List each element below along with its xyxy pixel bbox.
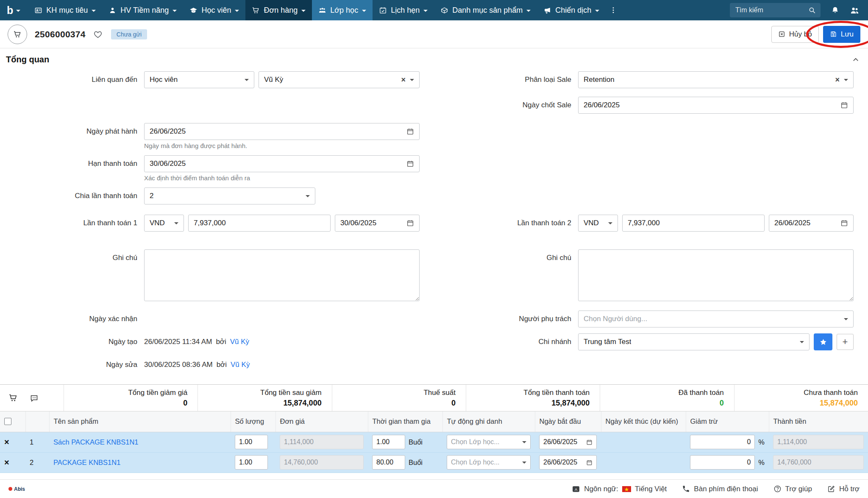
duration-unit: Buổi [409,459,423,467]
created-by-user-link[interactable]: Vũ Kỳ [230,338,249,346]
start-date-input[interactable]: 26/06/2025 [539,455,597,470]
header-unit-price: Đơn giá [275,411,368,432]
chevron-down-icon [522,441,526,443]
nav-item-danh-muc-san-pham[interactable]: Danh mục sản phẩm [434,0,537,20]
calendar-icon [840,101,848,109]
clear-x-icon[interactable]: × [835,76,840,84]
users-icon[interactable] [850,6,860,15]
total-value-unpaid: 15,874,000 [820,399,858,408]
more-menu-icon[interactable] [606,0,621,20]
modified-by-text: bởi [217,361,227,369]
megaphone-icon [543,6,551,14]
search-input[interactable] [730,3,821,17]
language-switcher[interactable]: A Ngôn ngữ: Tiếng Việt [572,485,667,493]
phone-keypad-button[interactable]: Bàn phím điện thoại [682,485,758,493]
comments-icon[interactable] [30,394,39,403]
support-button[interactable]: Hỗ trợ [827,485,860,493]
payment1-amount-input[interactable]: 7,937,000 [188,215,331,232]
field-label: Ghi chú [0,249,144,266]
notifications-bell-icon[interactable] [831,6,840,15]
header-discount: Giảm trừ [686,411,769,432]
help-label: Trợ giúp [785,485,812,493]
quantity-input[interactable]: 1.00 [235,455,268,470]
row-index: 1 [30,438,33,446]
brand-logo[interactable]: Abis [8,486,25,492]
nav-item-lich-hen[interactable]: Lịch hẹn [373,0,434,20]
related-type-value: Học viên [150,76,178,84]
field-label: Chia lần thanh toán [0,192,144,200]
quantity-input[interactable]: 1.00 [235,435,268,449]
nav-item-chien-dich[interactable]: Chiến dịch [537,0,606,20]
sale-close-date-input[interactable]: 26/06/2025 [578,97,854,114]
nav-item-lop-hoc[interactable]: Lớp học [312,0,373,20]
note-textarea-right[interactable] [578,249,854,301]
total-value-paid: 0 [720,399,724,408]
save-button[interactable]: Lưu [823,26,860,43]
sale-close-date-value: 26/06/2025 [584,101,620,109]
related-entity-select[interactable]: Vũ Kỳ × [259,71,420,88]
clear-x-icon[interactable]: × [401,76,406,84]
collapse-chevron-up-icon[interactable] [852,56,860,64]
unit-price-input: 1,114,000 [280,435,364,449]
note-textarea-left[interactable] [144,249,420,301]
delete-row-icon[interactable]: × [4,458,9,467]
payment1-date-input[interactable]: 30/06/2025 [335,215,420,232]
branch-favorite-button[interactable] [814,333,832,350]
sale-type-select[interactable]: Retention × [578,71,854,88]
split-payments-value: 2 [150,192,153,200]
chevron-down-icon [522,462,526,464]
favorite-heart-icon[interactable] [93,30,103,39]
chevron-down-icon [410,79,414,81]
delete-row-icon[interactable]: × [4,437,9,447]
discount-input[interactable]: 0 [690,455,755,470]
field-label: Chi nhánh [434,338,578,346]
class-select[interactable]: Chọn Lớp học... [447,455,531,470]
calendar-icon [406,219,414,227]
status-badge: Chưa gửi [111,29,147,39]
footer: Abis A Ngôn ngữ: Tiếng Việt Bàn phím điệ… [0,479,868,498]
nav-item-hv-tiem-nang[interactable]: HV Tiềm năng [102,0,183,20]
created-datetime: 26/06/2025 11:34 AM [144,338,212,346]
due-date-input[interactable]: 30/06/2025 [144,155,420,172]
cancel-button[interactable]: Hủy bỏ [771,26,819,43]
help-button[interactable]: Trợ giúp [773,485,812,493]
tax-rate-cell: Thuế suất 0 [332,385,466,411]
nav-item-don-hang[interactable]: Đơn hàng [245,0,312,20]
header-quantity: Số lượng [231,411,275,432]
nav-item-kh-muc-tieu[interactable]: KH mục tiêu [28,0,102,20]
header-product-name: Tên sản phẩm [49,411,231,432]
payment2-amount-input[interactable]: 7,937,000 [622,215,765,232]
issue-date-input[interactable]: 26/06/2025 [144,123,420,140]
product-link[interactable]: Sách PACKAGE KNBS1N1 [53,438,139,446]
chevron-down-icon [172,10,177,12]
start-date-input[interactable]: 26/06/2025 [539,435,597,449]
payment1-currency-select[interactable]: VND [144,215,184,232]
field-label: Ngày tạo [0,338,144,346]
class-select[interactable]: Chọn Lớp học... [447,435,531,449]
split-payments-select[interactable]: 2 [144,187,315,204]
discount-input[interactable]: 0 [690,435,755,449]
chevron-down-icon [844,79,848,81]
calendar-icon [840,219,848,227]
add-branch-button[interactable]: + [837,334,854,350]
duration-input[interactable]: 80.00 [372,455,405,470]
related-type-select[interactable]: Học viên [144,71,254,88]
field-label: Ngày sửa [0,361,144,369]
chevron-down-icon [595,10,599,12]
select-all-checkbox[interactable] [4,418,11,425]
assignee-select[interactable]: Chọn Người dùng... [578,311,854,327]
payment2-date-input[interactable]: 26/06/2025 [769,215,854,232]
order-cart-icon[interactable] [8,25,27,44]
nav-item-label: KH mục tiêu [46,6,88,15]
app-logo[interactable]: b [0,0,28,20]
product-link[interactable]: PACKAGE KNBS1N1 [53,459,120,466]
modified-by-user-link[interactable]: Vũ Kỳ [231,361,250,369]
cancel-x-square-icon [778,31,785,38]
nav-item-hoc-vien[interactable]: Học viên [183,0,245,20]
field-help-text: Xác định thời điểm thanh toán diễn ra [144,174,420,182]
items-cart-icon[interactable] [8,393,18,403]
duration-input[interactable]: 1.00 [372,435,405,449]
cart-icon [252,6,260,14]
payment2-currency-select[interactable]: VND [578,215,618,232]
branch-select[interactable]: Trung tâm Test [578,333,810,350]
